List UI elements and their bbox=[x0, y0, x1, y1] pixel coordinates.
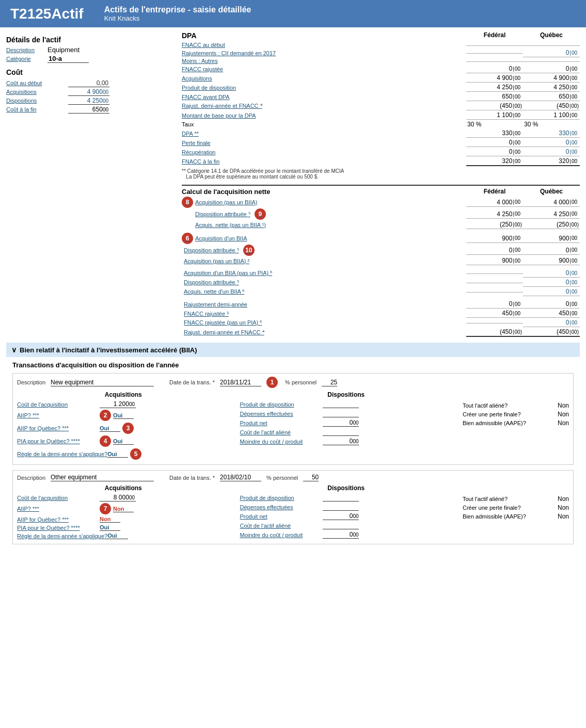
categorie-row: Catégorie 10-a bbox=[6, 55, 177, 63]
bien-row: Bien admissible (AAPE)? Non bbox=[463, 419, 569, 427]
trans-desc-label: Description bbox=[17, 379, 45, 385]
calc-quebec: 0|00 bbox=[523, 269, 580, 278]
disp-moindre-label: Moindre du coût / produit bbox=[240, 439, 323, 445]
disp-cout-aliene-row-2: Coût de l'actif aliéné bbox=[240, 522, 453, 529]
subtitle-main: Actifs de l'entreprise - saisie détaillé… bbox=[104, 5, 251, 14]
disp-moindre-value-2: 000 bbox=[323, 531, 359, 539]
left-panel: Détails de l'actif Description Equipment… bbox=[6, 31, 182, 337]
trans-desc-value: New equipment bbox=[51, 379, 154, 386]
acq-aiip-value-2[interactable]: Non bbox=[113, 506, 134, 512]
acquisitions-value: 4 90000 bbox=[68, 88, 109, 96]
acq-regle-value-2[interactable]: Oui bbox=[107, 532, 128, 539]
acq-regle-label: Règle de la demi-année s'applique? bbox=[17, 451, 107, 457]
acq-pia-row-2: PIA pour le Québec? **** Oui bbox=[17, 524, 230, 531]
acq-aiip-value[interactable]: Oui bbox=[113, 412, 134, 419]
trans-pct-label: % personnel bbox=[285, 379, 316, 385]
dpa-rows: FNACC au début Rajustements : CII demand… bbox=[182, 42, 580, 166]
cout-fin-row: Coût à la fin 65000 bbox=[6, 106, 177, 114]
dpa-quebec-cell: (450|00) bbox=[523, 102, 580, 110]
top-section: Détails de l'actif Description Equipment… bbox=[6, 31, 580, 337]
acq-aiip-qc-row: AIIP for Québec? *** Oui 3 bbox=[17, 423, 230, 434]
dpa-federal-cell: 0|00 bbox=[466, 148, 523, 156]
dpa-row-dpa: DPA ** 330|00 330|00 bbox=[182, 129, 580, 138]
acq-cout-row: Coût de l'acquisition 1 20000 bbox=[17, 400, 230, 408]
calc-federal bbox=[466, 282, 523, 283]
calc-quebec: 450|00 bbox=[523, 309, 580, 318]
dpa-label: DPA ** bbox=[182, 131, 466, 137]
disp-depenses-row: Dépenses effectuées bbox=[240, 410, 453, 417]
dpa-federal-cell bbox=[466, 44, 523, 46]
badge-1: 1 bbox=[266, 377, 278, 388]
badge-8: 8 bbox=[182, 197, 193, 208]
calc-label: Disposition attribuée ⁵ 9 bbox=[182, 208, 466, 220]
calc-quebec: 900|00 bbox=[523, 256, 580, 265]
calc-label: Acquis. nette d'un BIIA ⁶ bbox=[182, 288, 466, 295]
calc-quebec: 900|00 bbox=[523, 234, 580, 243]
dpa-row-rajustements: Rajustements : CII demandé en 2017 0|00 bbox=[182, 48, 580, 57]
perte-value: Non bbox=[548, 411, 569, 418]
perte-label: Créer une perte finale? bbox=[463, 411, 545, 417]
dpa-label: Taux bbox=[182, 121, 466, 127]
calc-label: FNACC rajustée ³ bbox=[182, 311, 466, 317]
acq-pia-value-2[interactable]: Oui bbox=[100, 524, 120, 531]
dpa-row-recuperation: Récupération 0|00 0|00 bbox=[182, 148, 580, 156]
dpa-federal-taux: 30 % bbox=[466, 120, 523, 128]
acq-pia-value[interactable]: Oui bbox=[113, 438, 134, 445]
acq-regle-value[interactable]: Oui bbox=[107, 451, 128, 458]
calc-row-rajust-demi: Rajustement demi-année 0|00 0|00 bbox=[182, 300, 580, 309]
cout-debut-label: Coût au début bbox=[6, 80, 68, 86]
disp-produit-net-value: 000 bbox=[323, 419, 359, 427]
acq-aiip-qc-value-2[interactable]: Non bbox=[100, 516, 120, 523]
acq-cout-value-2: 8 00000 bbox=[100, 494, 136, 501]
dpa-label: Rajustements : CII demandé en 2017 bbox=[182, 50, 466, 56]
dispositions-col-1: Dispositions Produit de disposition Dépe… bbox=[240, 391, 453, 461]
dpa-row-perte: Perte finale 0|00 0|00 bbox=[182, 138, 580, 147]
disp-produit-net-label-2: Produit net bbox=[240, 513, 323, 520]
acq-aiip-qc-value[interactable]: Oui bbox=[100, 425, 120, 432]
calc-quebec: 0|00 bbox=[523, 287, 580, 296]
calc-quebec: 0|00 bbox=[523, 246, 580, 255]
calc-federal: 450|00 bbox=[466, 309, 523, 318]
disp-produit-net-row: Produit net 000 bbox=[240, 419, 453, 427]
disp-cout-aliene-value bbox=[323, 428, 359, 436]
transaction-2: Description Other equipment Date de la t… bbox=[12, 470, 574, 544]
calc-label: Acquis. nette (pas un BIIA ¹) bbox=[182, 222, 466, 228]
dpa-quebec-cell: 650|00 bbox=[523, 92, 580, 101]
trans-body-2: Acquisitions Coût de l'acquisition 8 000… bbox=[17, 484, 569, 541]
biia-toggle[interactable]: ∨ Bien relatif à l'incitatif à l'investi… bbox=[11, 346, 575, 354]
acquisitions-row: Acquisitions 4 90000 bbox=[6, 88, 177, 96]
dpa-quebec-cell: 0|00 bbox=[523, 48, 580, 57]
calc-row-disp-att3: Disposition attribuée ⁵ 0|00 bbox=[182, 278, 580, 287]
perte-row: Créer une perte finale? Non bbox=[463, 411, 569, 418]
calc-label: Rajustement demi-année bbox=[182, 301, 466, 308]
categorie-label: Catégorie bbox=[6, 56, 47, 62]
dpa-header: DPA Fédéral Québec bbox=[182, 31, 580, 41]
bien-value-2: Non bbox=[548, 513, 569, 520]
badge-10: 10 bbox=[243, 245, 255, 256]
calc-quebec: 0|00 bbox=[523, 278, 580, 287]
disp-moindre-row: Moindre du coût / produit 000 bbox=[240, 438, 453, 445]
header-subtitle: Actifs de l'entreprise - saisie détaillé… bbox=[104, 5, 251, 22]
biia-section: ∨ Bien relatif à l'incitatif à l'investi… bbox=[6, 343, 580, 357]
calc-federal-header: Fédéral bbox=[466, 188, 523, 196]
dpa-row-produit: Produit de disposition 4 250|00 4 250|00 bbox=[182, 83, 580, 92]
dpa-federal-cell: 1 100|00 bbox=[466, 111, 523, 120]
calc-quebec: 0|00 bbox=[523, 318, 580, 327]
calc-quebec: 4 250|00 bbox=[523, 210, 580, 219]
acq-pia-label-2: PIA pour le Québec? **** bbox=[17, 525, 100, 531]
calc-row-biia-pas-pia: Acquisition d'un BIIA (pas un PIA) ⁶ 0|0… bbox=[182, 269, 580, 278]
trans-desc-row-1: Description New equipment Date de la tra… bbox=[17, 377, 569, 388]
calc-section: Calcul de l'acquisition nette Fédéral Qu… bbox=[182, 185, 580, 337]
disp-produit-net-row-2: Produit net 000 bbox=[240, 512, 453, 520]
trans-body-1: Acquisitions Coût de l'acquisition 1 200… bbox=[17, 391, 569, 461]
dpa-federal-cell: 4 900|00 bbox=[466, 74, 523, 83]
dpa-row-fnacc-fin: FNACC à la fin 320|00 320|00 bbox=[182, 157, 580, 166]
dpa-label: Produit de disposition bbox=[182, 85, 466, 91]
cout-debut-row: Coût au début 0,00 bbox=[6, 79, 177, 87]
dpa-label: FNACC à la fin bbox=[182, 158, 466, 165]
cout-fin-value: 65000 bbox=[68, 106, 109, 114]
description-row: Description Equipment bbox=[6, 46, 177, 54]
calc-federal bbox=[466, 322, 523, 323]
acq-regle-label-2: Règle de la demi-année s'applique? bbox=[17, 533, 107, 539]
disp-produit-value bbox=[323, 400, 359, 408]
